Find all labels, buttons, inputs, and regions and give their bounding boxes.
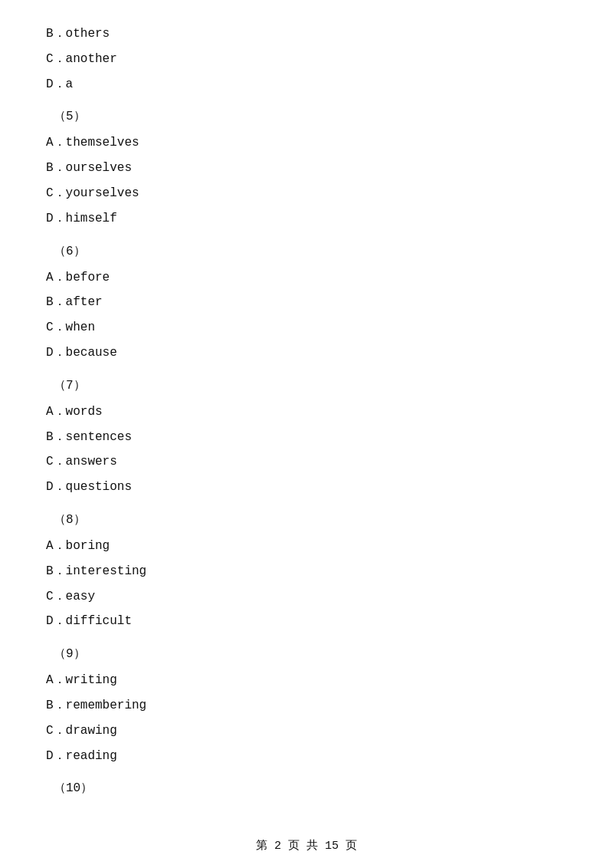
list-item: A．themselves [46,132,567,154]
list-item: D．difficult [46,610,567,633]
main-content: B．others C．another D．a （5） A．themselves … [0,0,613,850]
list-item: A．words [46,401,567,423]
section-label-10: （10） [46,776,567,801]
list-item: C．drawing [46,720,567,742]
list-item: C．another [46,48,567,71]
section-10: （10） [46,776,567,801]
section-5: （5） A．themselves B．ourselves C．yourselve… [46,104,567,229]
list-item: A．boring [46,535,567,557]
list-item: C．yourselves [46,182,567,205]
list-item: D．questions [46,476,567,498]
list-item: A．writing [46,669,567,692]
list-item: B．after [46,291,567,314]
list-item: D．himself [46,208,567,230]
section-label-8: （8） [46,508,567,532]
section-7: （7） A．words B．sentences C．answers D．ques… [46,373,567,498]
list-item: C．easy [46,586,567,608]
list-item: D．reading [46,745,567,768]
list-item: B．others [46,23,567,45]
list-item: D．a [46,74,567,96]
list-item: B．ourselves [46,157,567,179]
list-item: D．because [46,342,567,364]
section-6: （6） A．before B．after C．when D．because [46,239,567,364]
list-item: C．answers [46,451,567,473]
list-item: B．interesting [46,561,567,583]
section-label-6: （6） [46,239,567,264]
section-9: （9） A．writing B．remembering C．drawing D．… [46,642,567,767]
page-footer: 第 2 页 共 15 页 [0,838,613,853]
list-item: B．remembering [46,695,567,717]
footer-text: 第 2 页 共 15 页 [256,840,357,853]
section-8: （8） A．boring B．interesting C．easy D．diff… [46,508,567,633]
section-label-7: （7） [46,373,567,398]
section-label-9: （9） [46,642,567,666]
section-no-number: B．others C．another D．a [46,23,567,95]
list-item: A．before [46,267,567,289]
section-label-5: （5） [46,104,567,129]
list-item: C．when [46,317,567,339]
list-item: B．sentences [46,426,567,449]
